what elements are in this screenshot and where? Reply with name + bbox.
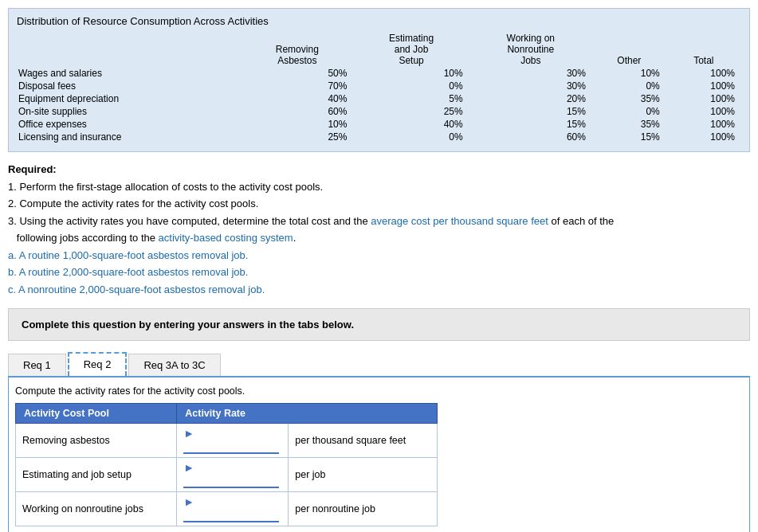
distribution-table: RemovingAsbestos Estimatingand JobSetup … (17, 32, 741, 143)
dist-row-estimating: 0% (353, 80, 469, 92)
dist-row-working: 60% (469, 131, 592, 143)
dist-row-label: Equipment depreciation (17, 92, 241, 105)
dist-row-other: 15% (592, 131, 666, 143)
arrow-icon: ► (183, 461, 194, 474)
activity-table-body: Removing asbestos ► per thousand square … (16, 424, 438, 526)
dist-row-removing: 40% (241, 92, 353, 105)
dist-row-total: 100% (666, 67, 741, 80)
dist-row-removing: 25% (241, 131, 353, 143)
tab-req2[interactable]: Req 2 (68, 352, 128, 376)
dist-row-estimating: 10% (353, 67, 469, 80)
distribution-table-body: Wages and salaries 50% 10% 30% 10% 100% … (17, 67, 741, 143)
dist-row-label: On-site supplies (17, 105, 241, 118)
dist-row-removing: 60% (241, 105, 353, 118)
dist-row-label: Wages and salaries (17, 67, 241, 80)
dist-row-other: 0% (592, 105, 666, 118)
dist-row-working: 30% (469, 67, 592, 80)
dist-row-removing: 10% (241, 118, 353, 131)
dist-row-estimating: 5% (353, 92, 469, 105)
tab-description: Compute the activity rates for the activ… (15, 382, 743, 403)
required-item-1: 1. Perform the first-stage allocation of… (8, 179, 750, 195)
dist-row-label: Licensing and insurance (17, 131, 241, 143)
required-section: Required: 1. Perform the first-stage all… (8, 162, 750, 297)
complete-question-box: Complete this question by entering your … (8, 308, 750, 341)
activity-rate-unit: per thousand square feet (289, 424, 438, 458)
required-item-3: 3. Using the activity rates you have com… (8, 213, 750, 229)
dist-row-estimating: 25% (353, 105, 469, 118)
dist-data-row: On-site supplies 60% 25% 15% 0% 100% (17, 105, 741, 118)
tab-req1-label: Req 1 (23, 359, 51, 371)
arrow-icon: ► (183, 495, 194, 508)
activity-header-row: Activity Cost Pool Activity Rate (16, 404, 438, 424)
required-item-3b: following jobs according to the activity… (8, 230, 750, 246)
activity-table: Activity Cost Pool Activity Rate Removin… (15, 403, 438, 526)
required-item-2: 2. Compute the activity rates for the ac… (8, 196, 750, 212)
dist-header-row: RemovingAsbestos Estimatingand JobSetup … (17, 32, 741, 67)
dist-row-other: 35% (592, 118, 666, 131)
dist-row-estimating: 40% (353, 118, 469, 131)
dist-row-label: Office expenses (17, 118, 241, 131)
activity-rate-input-2[interactable] (183, 508, 279, 522)
dist-col-removing: RemovingAsbestos (241, 32, 353, 67)
dist-data-row: Wages and salaries 50% 10% 30% 10% 100% (17, 67, 741, 80)
activity-col-rate-label: Activity Rate (185, 408, 245, 419)
activity-rate-input-cell: ► (177, 458, 289, 492)
dist-row-total: 100% (666, 131, 741, 143)
activity-data-row: Estimating and job setup ► per job (16, 458, 438, 492)
dist-col-total: Total (666, 32, 741, 67)
activity-rate-input-cell: ► (177, 492, 289, 526)
dist-col-working: Working onNonroutineJobs (469, 32, 592, 67)
activity-col-pool-label: Activity Cost Pool (24, 408, 109, 419)
tabs-container: Req 1 Req 2 Req 3A to 3C (8, 352, 750, 377)
dist-data-row: Equipment depreciation 40% 5% 20% 35% 10… (17, 92, 741, 105)
dist-row-other: 35% (592, 92, 666, 105)
dist-row-removing: 70% (241, 80, 353, 92)
dist-row-other: 0% (592, 80, 666, 92)
dist-row-removing: 50% (241, 67, 353, 80)
complete-question-text: Complete this question by entering your … (22, 319, 354, 331)
activity-rate-unit: per job (289, 458, 438, 492)
dist-data-row: Disposal fees 70% 0% 30% 0% 100% (17, 80, 741, 92)
activity-pool-name: Estimating and job setup (16, 458, 177, 492)
arrow-icon: ► (183, 427, 194, 440)
dist-row-total: 100% (666, 80, 741, 92)
dist-data-row: Office expenses 10% 40% 15% 35% 100% (17, 118, 741, 131)
dist-data-row: Licensing and insurance 25% 0% 60% 15% 1… (17, 131, 741, 143)
dist-col-other: Other (592, 32, 666, 67)
distribution-title: Distribution of Resource Consumption Acr… (17, 15, 741, 27)
activity-pool-name: Removing asbestos (16, 424, 177, 458)
dist-row-total: 100% (666, 92, 741, 105)
dist-row-estimating: 0% (353, 131, 469, 143)
dist-row-total: 100% (666, 118, 741, 131)
dist-row-working: 20% (469, 92, 592, 105)
tab-req1[interactable]: Req 1 (8, 354, 66, 376)
dist-col-label (17, 32, 241, 67)
tab-req2-label: Req 2 (84, 358, 112, 370)
activity-data-row: Working on nonroutine jobs ► per nonrout… (16, 492, 438, 526)
dist-row-working: 30% (469, 80, 592, 92)
activity-pool-name: Working on nonroutine jobs (16, 492, 177, 526)
activity-data-row: Removing asbestos ► per thousand square … (16, 424, 438, 458)
dist-row-label: Disposal fees (17, 80, 241, 92)
dist-row-other: 10% (592, 67, 666, 80)
dist-col-estimating: Estimatingand JobSetup (353, 32, 469, 67)
dist-row-working: 15% (469, 105, 592, 118)
tab-req3a3c-label: Req 3A to 3C (143, 359, 205, 371)
activity-col-pool: Activity Cost Pool (16, 404, 177, 424)
distribution-section: Distribution of Resource Consumption Acr… (8, 8, 750, 152)
tab-req3a3c[interactable]: Req 3A to 3C (128, 354, 220, 376)
dist-row-total: 100% (666, 105, 741, 118)
tab-content-area: Compute the activity rates for the activ… (8, 377, 750, 532)
activity-rate-unit: per nonroutine job (289, 492, 438, 526)
activity-rate-input-1[interactable] (183, 474, 279, 488)
required-item-c: c. A nonroutine 2,000-square-foot asbest… (8, 282, 750, 298)
activity-rate-input-cell: ► (177, 424, 289, 458)
dist-row-working: 15% (469, 118, 592, 131)
required-heading: Required: (8, 163, 57, 175)
required-item-b: b. A routine 2,000-square-foot asbestos … (8, 264, 750, 280)
activity-rate-input-0[interactable] (183, 440, 279, 454)
distribution-title-text: Distribution of Resource Consumption Acr… (17, 15, 269, 27)
activity-col-rate: Activity Rate (177, 404, 438, 424)
required-item-a: a. A routine 1,000-square-foot asbestos … (8, 248, 750, 264)
